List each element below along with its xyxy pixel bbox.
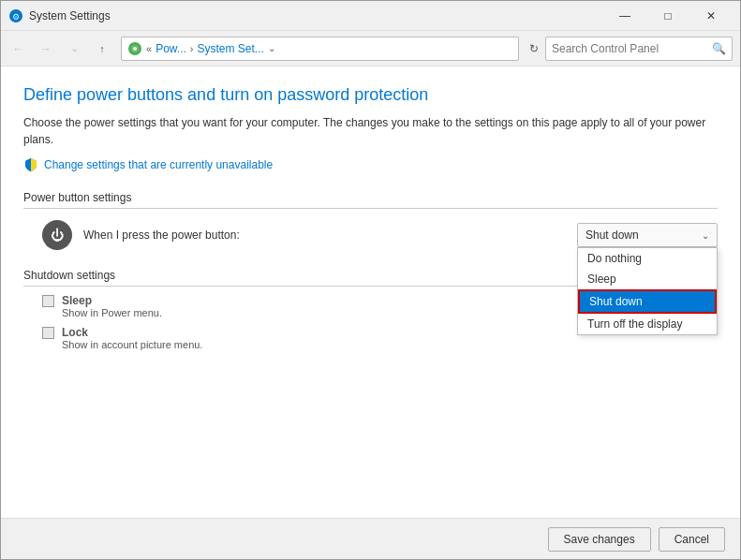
shield-icon — [23, 157, 38, 172]
main-window: ⚙ System Settings — □ ✕ ← → ⌄ ↑ « Pow... — [0, 0, 741, 560]
forward-button[interactable]: → — [33, 36, 59, 62]
address-icon — [127, 41, 142, 56]
dropdown-selected[interactable]: Shut down ⌄ — [577, 223, 718, 247]
dropdown-selected-text: Shut down — [585, 228, 698, 242]
search-icon: 🔍 — [712, 42, 726, 55]
power-button-label: When I press the power button: — [83, 228, 566, 242]
address-separator: « — [146, 43, 152, 54]
cancel-button[interactable]: Cancel — [659, 527, 725, 552]
address-chevron-icon[interactable]: ⌄ — [268, 43, 275, 53]
lock-checkbox[interactable] — [42, 327, 54, 339]
power-action-dropdown[interactable]: Shut down ⌄ Do nothing Sleep Shut down T… — [577, 223, 718, 247]
page-description: Choose the power settings that you want … — [23, 114, 718, 148]
back-button[interactable]: ← — [5, 36, 31, 62]
power-button-section-header: Power button settings — [23, 191, 718, 209]
sleep-checkbox[interactable] — [42, 295, 54, 307]
maximize-button[interactable]: □ — [646, 1, 689, 31]
power-button-row: ⏻ When I press the power button: Shut do… — [42, 220, 718, 250]
close-button[interactable]: ✕ — [689, 1, 733, 31]
window-title: System Settings — [29, 9, 603, 22]
dropdown-arrow-icon: ⌄ — [702, 230, 709, 241]
sleep-label: Sleep — [62, 294, 162, 307]
refresh-button[interactable]: ↻ — [525, 39, 543, 58]
change-settings-text[interactable]: Change settings that are currently unava… — [44, 158, 273, 171]
navigation-bar: ← → ⌄ ↑ « Pow... › System Set... ⌄ ↻ 🔍 — [1, 31, 740, 66]
app-icon: ⚙ — [8, 8, 23, 23]
up-button[interactable]: ↑ — [89, 36, 115, 62]
svg-text:⚙: ⚙ — [12, 12, 20, 22]
dropdown-item-shut-down[interactable]: Shut down — [578, 289, 717, 314]
address-part2: System Set... — [197, 42, 263, 55]
sleep-description: Show in Power menu. — [62, 307, 162, 318]
sleep-item-content: Sleep Show in Power menu. — [62, 294, 162, 318]
save-changes-button[interactable]: Save changes — [548, 527, 651, 552]
down-button[interactable]: ⌄ — [61, 36, 87, 62]
dropdown-item-sleep[interactable]: Sleep — [578, 269, 717, 289]
content-area: Define power buttons and turn on passwor… — [1, 66, 740, 518]
svg-point-4 — [133, 47, 137, 51]
search-input[interactable] — [552, 42, 712, 55]
minimize-button[interactable]: — — [603, 1, 646, 31]
change-settings-link[interactable]: Change settings that are currently unava… — [23, 157, 718, 172]
dropdown-list: Do nothing Sleep Shut down Turn off the … — [577, 247, 718, 335]
footer: Save changes Cancel — [1, 518, 740, 559]
address-arrow: › — [190, 43, 194, 54]
search-bar[interactable]: 🔍 — [545, 37, 733, 61]
power-symbol: ⏻ — [51, 228, 64, 243]
lock-label: Lock — [62, 326, 202, 339]
title-bar: ⚙ System Settings — □ ✕ — [1, 1, 740, 31]
power-icon: ⏻ — [42, 220, 72, 250]
lock-description: Show in account picture menu. — [62, 339, 202, 350]
address-part1: Pow... — [156, 42, 186, 55]
address-bar[interactable]: « Pow... › System Set... ⌄ — [121, 37, 519, 61]
dropdown-item-turn-off-display[interactable]: Turn off the display — [578, 314, 717, 334]
window-controls: — □ ✕ — [603, 1, 733, 31]
lock-item-content: Lock Show in account picture menu. — [62, 326, 202, 350]
page-title: Define power buttons and turn on passwor… — [23, 85, 718, 105]
dropdown-item-do-nothing[interactable]: Do nothing — [578, 248, 717, 269]
